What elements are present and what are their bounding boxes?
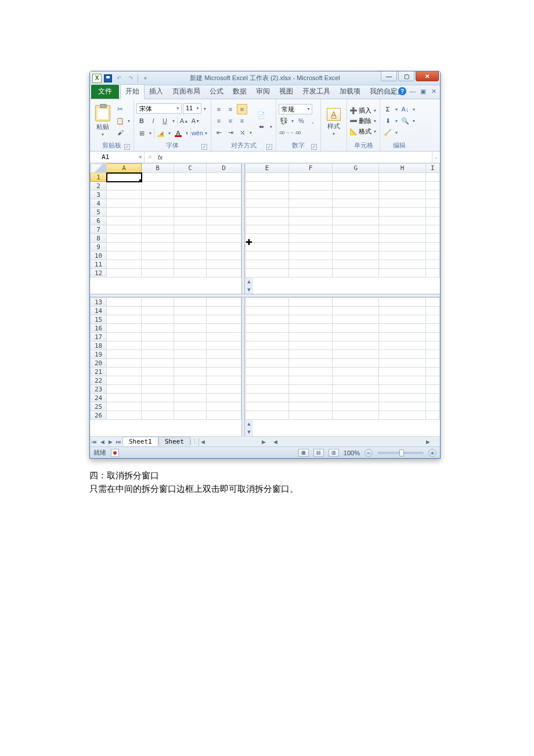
cell[interactable]	[246, 234, 289, 243]
cell[interactable]	[207, 411, 241, 420]
row-header[interactable]: 3	[91, 190, 107, 199]
grid-top-right[interactable]: E F G H I	[245, 163, 440, 278]
cell[interactable]	[379, 359, 425, 368]
column-header[interactable]: F	[289, 164, 333, 173]
scroll-down-icon[interactable]: ▼	[245, 428, 253, 436]
row-header[interactable]: 23	[91, 385, 107, 394]
macro-record-icon[interactable]	[111, 449, 119, 457]
redo-icon[interactable]: ↷	[126, 74, 135, 83]
cell[interactable]	[246, 260, 289, 269]
row-header[interactable]: 10	[91, 251, 107, 260]
cell[interactable]	[333, 368, 379, 376]
fx-icon[interactable]: fx	[155, 152, 165, 163]
minimize-ribbon-icon[interactable]: △	[388, 87, 396, 95]
cell[interactable]	[425, 260, 439, 269]
cell[interactable]	[142, 359, 174, 368]
cell[interactable]	[425, 217, 439, 225]
cell[interactable]	[107, 260, 142, 269]
dialog-launcher-icon[interactable]: ⤢	[201, 144, 207, 150]
cell[interactable]	[246, 190, 289, 199]
horizontal-scrollbar-right[interactable]: ◀▶	[272, 438, 432, 446]
cell[interactable]	[107, 217, 142, 225]
cell[interactable]	[174, 385, 207, 394]
cell[interactable]	[289, 251, 333, 260]
cell[interactable]	[246, 307, 289, 315]
cell[interactable]	[174, 269, 207, 278]
cell[interactable]	[107, 394, 142, 402]
cell[interactable]	[333, 385, 379, 394]
chevron-down-icon[interactable]: ▼	[127, 119, 131, 123]
scroll-up-icon[interactable]: ▲	[245, 420, 253, 428]
cell[interactable]	[425, 394, 439, 402]
cell[interactable]	[142, 173, 174, 182]
cell[interactable]	[142, 333, 174, 341]
phonetic-button[interactable]: wén	[192, 128, 203, 138]
cell[interactable]	[379, 269, 425, 278]
expand-formula-bar-icon[interactable]: ⌄	[432, 152, 440, 163]
scroll-up-icon[interactable]: ▲	[245, 278, 253, 286]
italic-button[interactable]: I	[148, 116, 158, 126]
row-header[interactable]: 11	[91, 260, 107, 269]
cell[interactable]	[174, 359, 207, 368]
cell[interactable]	[246, 411, 289, 420]
cell[interactable]	[142, 411, 174, 420]
cell[interactable]	[289, 234, 333, 243]
cell[interactable]	[142, 199, 174, 208]
cell[interactable]	[289, 411, 333, 420]
zoom-thumb[interactable]	[399, 449, 404, 456]
align-middle-button[interactable]: ≡	[225, 104, 236, 114]
cell[interactable]	[333, 269, 379, 278]
tab-file[interactable]: 文件	[91, 85, 119, 99]
cell[interactable]	[379, 307, 425, 315]
cell[interactable]	[379, 217, 425, 225]
cell[interactable]	[142, 225, 174, 234]
cell[interactable]	[333, 298, 379, 307]
cell[interactable]	[174, 350, 207, 359]
cell[interactable]	[207, 350, 241, 359]
column-header[interactable]: H	[379, 164, 425, 173]
cell[interactable]	[107, 376, 142, 385]
save-icon[interactable]	[104, 74, 112, 82]
sheet-tab[interactable]: Sheet1	[122, 437, 158, 446]
workbook-restore-icon[interactable]: ▣	[419, 87, 427, 95]
align-bottom-button[interactable]: ≡	[237, 104, 247, 114]
cell[interactable]	[142, 190, 174, 199]
cell[interactable]	[333, 251, 379, 260]
chevron-down-icon[interactable]: ▼	[290, 119, 295, 123]
cell[interactable]	[333, 350, 379, 359]
maximize-button[interactable]: ▢	[398, 71, 414, 81]
align-center-button[interactable]: ≡	[225, 116, 236, 126]
font-name-select[interactable]: 宋体▼	[136, 103, 182, 114]
cell[interactable]	[207, 307, 241, 315]
cell[interactable]	[333, 199, 379, 208]
merge-center-button[interactable]: ⬌	[255, 121, 268, 132]
cell[interactable]	[174, 208, 207, 217]
font-color-button[interactable]: A	[173, 128, 183, 138]
cell[interactable]	[379, 190, 425, 199]
styles-button[interactable]: A 样式 ▼	[323, 101, 344, 143]
page-break-view-button[interactable]: ▥	[329, 449, 339, 457]
cell[interactable]	[289, 402, 333, 411]
cell[interactable]	[142, 234, 174, 243]
cell[interactable]	[333, 402, 379, 411]
cell[interactable]	[379, 376, 425, 385]
normal-view-button[interactable]: ▦	[298, 449, 309, 457]
column-header[interactable]: B	[142, 164, 174, 173]
undo-icon[interactable]: ↶	[114, 74, 124, 83]
chevron-down-icon[interactable]: ▼	[185, 131, 189, 135]
cell[interactable]	[207, 269, 241, 278]
cell[interactable]	[289, 324, 333, 333]
tab-review[interactable]: 审阅	[251, 85, 275, 99]
cell[interactable]	[289, 333, 333, 341]
row-header[interactable]: 16	[91, 324, 107, 333]
cell[interactable]	[379, 402, 425, 411]
cell[interactable]	[207, 315, 241, 324]
cell[interactable]	[379, 324, 425, 333]
row-header[interactable]: 22	[91, 376, 107, 385]
cell[interactable]	[425, 411, 439, 420]
chevron-down-icon[interactable]: ▼	[394, 131, 399, 135]
cell[interactable]	[107, 307, 142, 315]
sheet-nav-last-icon[interactable]: ⏭	[114, 439, 122, 445]
paste-button[interactable]: 粘贴 ▼	[92, 101, 113, 141]
tab-data[interactable]: 数据	[228, 85, 251, 99]
